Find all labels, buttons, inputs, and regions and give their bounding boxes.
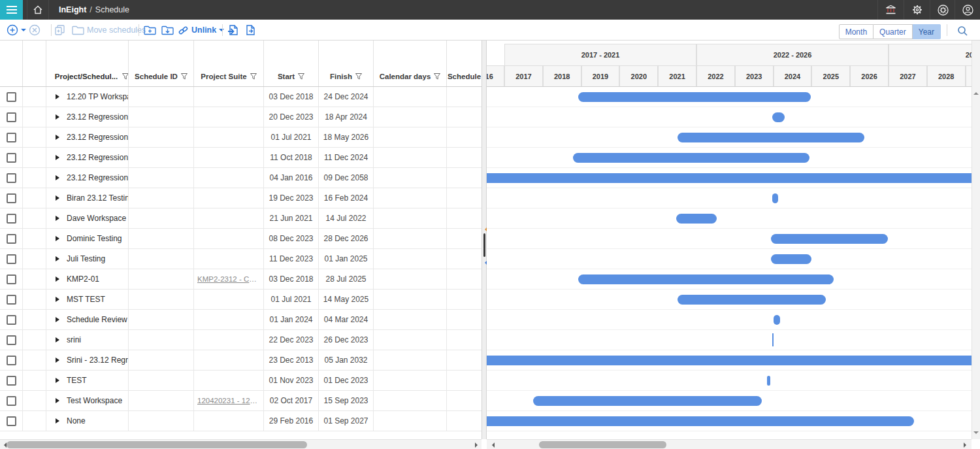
gantt-bar[interactable] [487, 416, 914, 426]
row-checkbox[interactable] [7, 112, 16, 122]
table-row[interactable]: Test Workspace 120420231 - 1204... 02 Oc… [0, 391, 482, 411]
column-header-6[interactable]: Schedule [447, 41, 482, 86]
table-row[interactable]: 23.12 Regression te... 04 Jan 2016 09 De… [0, 168, 482, 188]
table-row[interactable]: 23.12 Regression T... 20 Dec 2023 18 Apr… [0, 107, 482, 127]
table-row[interactable]: Dominic Testing 08 Dec 2023 28 Dec 2026 [0, 229, 482, 249]
gantt-horizontal-scrollbar[interactable] [487, 439, 972, 449]
move-schedules-button[interactable]: Move schedules [72, 20, 146, 41]
table-row[interactable]: 23.12 Regression T... 01 Jul 2021 18 May… [0, 127, 482, 148]
row-checkbox[interactable] [7, 92, 16, 102]
header-select-all[interactable] [0, 41, 23, 86]
expand-arrow-icon[interactable] [56, 94, 62, 99]
filter-icon[interactable] [355, 73, 362, 80]
filter-icon[interactable] [122, 73, 129, 80]
table-row[interactable]: None 29 Feb 2016 01 Sep 2027 [0, 411, 482, 431]
row-checkbox[interactable] [7, 173, 16, 183]
expand-arrow-icon[interactable] [56, 236, 62, 241]
gantt-bar[interactable] [578, 274, 834, 284]
move-to-folder-button[interactable] [161, 20, 174, 41]
table-row[interactable]: TEST 01 Nov 2023 01 Dec 2023 [0, 371, 482, 391]
table-row[interactable]: Juli Testing 11 Dec 2023 01 Jan 2025 [0, 249, 482, 269]
row-checkbox[interactable] [7, 356, 16, 365]
organization-button[interactable] [877, 0, 904, 20]
project-name[interactable]: 12.20 TP Workspac... [67, 92, 129, 101]
settings-button[interactable] [904, 0, 930, 20]
gantt-bar[interactable] [772, 333, 774, 346]
expand-arrow-icon[interactable] [56, 175, 62, 180]
expand-arrow-icon[interactable] [56, 378, 62, 383]
project-name[interactable]: None [67, 416, 86, 425]
project-suite-link[interactable]: 120420231 - 1204... [197, 397, 260, 405]
column-header-2[interactable]: Project Suite [194, 41, 264, 86]
copy-schedule-button[interactable] [54, 20, 66, 41]
unlink-button[interactable]: Unlink [178, 20, 224, 41]
expand-arrow-icon[interactable] [56, 216, 62, 221]
gantt-bar[interactable] [772, 193, 778, 203]
project-name[interactable]: 23.12 Regression T... [67, 112, 129, 122]
row-checkbox[interactable] [7, 335, 16, 345]
expand-arrow-icon[interactable] [56, 317, 62, 322]
table-row[interactable]: KMP2-01 KMP2-2312 - CH3... 03 Dec 2018 2… [0, 269, 482, 290]
gantt-vertical-scrollbar[interactable] [972, 41, 980, 439]
gantt-bar[interactable] [578, 92, 811, 102]
row-checkbox[interactable] [7, 274, 16, 284]
scroll-left-arrow[interactable] [489, 442, 495, 448]
table-row[interactable]: srini 22 Dec 2023 26 Dec 2023 [0, 330, 482, 350]
column-header-1[interactable]: Schedule ID [129, 41, 194, 86]
home-button[interactable] [27, 0, 49, 20]
table-row[interactable]: 23.12 Regression T... 11 Oct 2018 11 Dec… [0, 148, 482, 168]
expand-arrow-icon[interactable] [56, 195, 62, 201]
row-checkbox[interactable] [7, 193, 16, 203]
column-header-0[interactable]: Project/Schedul... [46, 41, 129, 86]
export-schedule-button[interactable] [245, 20, 256, 41]
filter-icon[interactable] [298, 73, 304, 80]
import-schedule-button[interactable] [227, 20, 238, 41]
table-row[interactable]: Srini - 23.12 Regres... 23 Dec 2013 05 J… [0, 350, 482, 371]
gantt-bar[interactable] [771, 254, 811, 264]
gantt-bar[interactable] [772, 112, 785, 122]
scroll-right-arrow[interactable] [964, 442, 969, 448]
gantt-bar[interactable] [678, 133, 865, 142]
row-checkbox[interactable] [7, 315, 16, 325]
row-checkbox[interactable] [7, 214, 16, 224]
gantt-bar[interactable] [487, 356, 972, 365]
delete-schedule-button[interactable] [29, 20, 41, 41]
gantt-bar[interactable] [533, 396, 762, 406]
project-name[interactable]: Test Workspace [67, 396, 122, 405]
project-name[interactable]: Dave Workspace [67, 214, 126, 223]
gantt-bar[interactable] [676, 214, 717, 224]
expand-arrow-icon[interactable] [56, 256, 62, 261]
project-name[interactable]: 23.12 Regression T... [67, 133, 129, 142]
row-checkbox[interactable] [7, 376, 16, 386]
expand-arrow-icon[interactable] [56, 398, 62, 403]
project-name[interactable]: 23.12 Regression te... [67, 173, 129, 182]
column-header-5[interactable]: Calendar days [374, 41, 447, 86]
view-button-month[interactable]: Month [839, 24, 874, 39]
scroll-right-arrow[interactable] [475, 442, 480, 448]
expand-arrow-icon[interactable] [56, 135, 62, 140]
row-checkbox[interactable] [7, 416, 16, 426]
table-scrollbar-thumb[interactable] [7, 441, 307, 448]
column-header-4[interactable]: Finish [319, 41, 374, 86]
scroll-down-arrow[interactable] [973, 431, 979, 437]
admin-settings-button[interactable] [930, 0, 956, 20]
row-checkbox[interactable] [7, 254, 16, 264]
add-folder-button[interactable] [144, 20, 156, 41]
project-name[interactable]: srini [67, 335, 81, 344]
expand-arrow-icon[interactable] [56, 358, 62, 363]
gantt-bar[interactable] [487, 173, 972, 183]
table-row[interactable]: Schedule Review - ... 01 Jan 2024 04 Mar… [0, 310, 482, 330]
project-suite-link[interactable]: KMP2-2312 - CH3... [197, 275, 260, 283]
row-checkbox[interactable] [7, 234, 16, 244]
table-row[interactable]: MST TEST 01 Jul 2021 14 May 2025 [0, 290, 482, 310]
table-row[interactable]: Biran 23.12 Testing 19 Dec 2023 16 Feb 2… [0, 188, 482, 208]
expand-arrow-icon[interactable] [56, 297, 62, 302]
project-name[interactable]: Juli Testing [67, 254, 105, 263]
project-name[interactable]: KMP2-01 [67, 274, 99, 284]
scroll-up-arrow[interactable] [973, 90, 979, 95]
search-button[interactable] [954, 22, 971, 39]
gantt-bar[interactable] [678, 295, 826, 305]
splitter-drag-handle[interactable] [483, 233, 485, 257]
expand-arrow-icon[interactable] [56, 418, 62, 424]
hamburger-menu-button[interactable] [0, 0, 23, 20]
